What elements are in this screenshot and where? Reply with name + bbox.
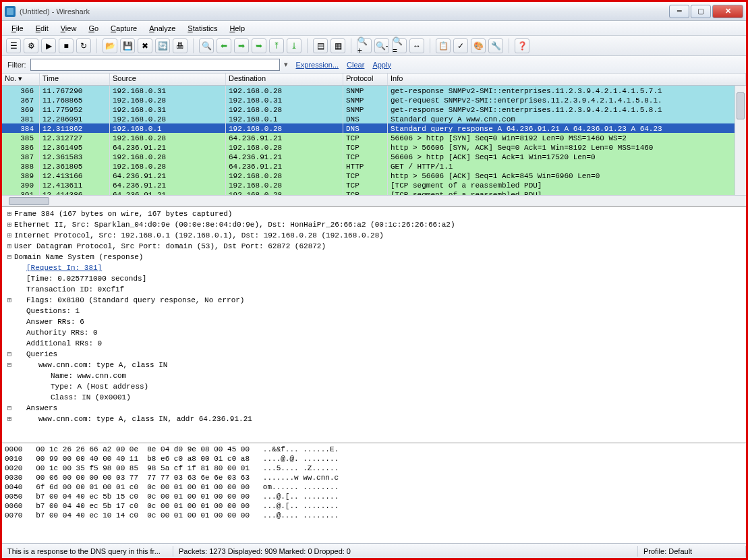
open-icon[interactable]: 📂 [103, 38, 117, 53]
forward-icon[interactable]: ➡ [234, 38, 249, 53]
table-row[interactable]: 38412.311862192.168.0.1192.168.0.28DNSSt… [2, 123, 746, 133]
options-icon[interactable]: ⚙ [24, 38, 38, 53]
expression-button[interactable]: Expression... [296, 61, 339, 69]
reload-icon[interactable]: 🔄 [155, 38, 170, 53]
menu-go[interactable]: Go [83, 23, 104, 34]
table-row[interactable]: 38112.286091192.168.0.28192.168.0.1DNSSt… [2, 114, 746, 123]
go-first-icon[interactable]: ⤒ [269, 38, 284, 53]
col-no[interactable]: No. ▾ [2, 74, 40, 85]
tree-node[interactable]: Transaction ID: 0xcf1f [5, 284, 743, 295]
tree-node[interactable]: Class: IN (0x0001) [5, 392, 743, 403]
tree-node[interactable]: Questions: 1 [5, 306, 743, 316]
menu-help[interactable]: Help [224, 23, 250, 34]
table-row[interactable]: 38712.361583192.168.0.2864.236.91.21TCP5… [2, 152, 746, 161]
tree-toggle-icon[interactable]: ⊞ [5, 230, 14, 241]
tree-node[interactable]: ⊞Frame 384 (167 bytes on wire, 167 bytes… [5, 208, 743, 219]
tree-toggle-icon[interactable]: ⊞ [5, 241, 14, 252]
table-row[interactable]: 38812.361805192.168.0.2864.236.91.21HTTP… [2, 161, 746, 171]
tree-node[interactable]: Name: www.cnn.com [5, 370, 743, 381]
table-row[interactable]: 38612.36149564.236.91.21192.168.0.28TCPh… [2, 142, 746, 152]
col-info[interactable]: Info [388, 74, 746, 85]
go-last-icon[interactable]: ⤓ [287, 38, 301, 53]
filter-dropdown-icon[interactable]: ▾ [284, 60, 288, 69]
col-protocol[interactable]: Protocol [343, 74, 388, 85]
packet-bytes-pane[interactable]: 0000 00 1c 26 26 66 a2 00 0e 8e 04 d0 9e… [2, 443, 746, 543]
status-stats: Packets: 1273 Displayed: 909 Marked: 0 D… [173, 546, 638, 557]
start-capture-icon[interactable]: ▶ [41, 38, 56, 53]
filter-input[interactable] [30, 59, 280, 71]
coloring-rules-icon[interactable]: 🎨 [471, 38, 486, 53]
packet-details-pane[interactable]: ⊞Frame 384 (167 bytes on wire, 167 bytes… [2, 207, 746, 443]
close-button[interactable]: ✕ [712, 5, 743, 18]
table-row[interactable]: 38912.41316664.236.91.21192.168.0.28TCPh… [2, 171, 746, 180]
packet-list-body[interactable]: 36611.767290192.168.0.31192.168.0.28SNMP… [2, 86, 746, 195]
zoom-reset-icon[interactable]: 🔍= [392, 38, 407, 53]
tree-toggle-icon[interactable]: ⊞ [5, 414, 14, 424]
goto-icon[interactable]: ➥ [252, 38, 266, 53]
help-icon[interactable]: ❓ [515, 38, 529, 53]
find-icon[interactable]: 🔍 [199, 38, 214, 53]
tree-node[interactable]: ⊟Domain Name System (response) [5, 252, 743, 262]
apply-button[interactable]: Apply [372, 61, 391, 69]
tree-toggle-icon[interactable]: ⊞ [5, 295, 14, 306]
tree-node[interactable]: ⊟Answers [5, 403, 743, 414]
vertical-scrollbar[interactable] [735, 86, 746, 195]
menu-statistics[interactable]: Statistics [182, 23, 223, 34]
display-filters-icon[interactable]: ✓ [453, 38, 468, 53]
menu-edit[interactable]: Edit [30, 23, 54, 34]
back-icon[interactable]: ⬅ [217, 38, 231, 53]
stop-capture-icon[interactable]: ■ [59, 38, 74, 53]
zoom-in-icon[interactable]: 🔍+ [357, 38, 372, 53]
tree-node[interactable]: Authority RRs: 0 [5, 327, 743, 338]
print-icon[interactable]: 🖶 [173, 38, 188, 53]
tree-node[interactable]: ⊞Flags: 0x8180 (Standard query response,… [5, 295, 743, 306]
tree-node[interactable]: [Request In: 381] [5, 262, 743, 273]
col-source[interactable]: Source [110, 74, 226, 85]
tree-label: Type: A (Host address) [51, 381, 148, 392]
menu-analyze[interactable]: Analyze [144, 23, 181, 34]
tree-toggle-icon[interactable]: ⊟ [5, 360, 14, 370]
clear-button[interactable]: Clear [347, 61, 364, 69]
tree-node[interactable]: ⊞Internet Protocol, Src: 192.168.0.1 (19… [5, 230, 743, 241]
horizontal-scrollbar[interactable] [2, 195, 746, 206]
tree-node[interactable]: Type: A (Host address) [5, 381, 743, 392]
tree-node[interactable]: Answer RRs: 6 [5, 316, 743, 327]
maximize-button[interactable]: ▢ [691, 5, 711, 18]
tree-node[interactable]: [Time: 0.025771000 seconds] [5, 273, 743, 284]
interfaces-icon[interactable]: ☰ [6, 38, 21, 53]
table-row[interactable]: 36911.775952192.168.0.31192.168.0.28SNMP… [2, 105, 746, 114]
save-icon[interactable]: 💾 [120, 38, 135, 53]
table-row[interactable]: 39012.41361164.236.91.21192.168.0.28TCP[… [2, 180, 746, 190]
table-row[interactable]: 36611.767290192.168.0.31192.168.0.28SNMP… [2, 86, 746, 95]
tree-node[interactable]: Additional RRs: 0 [5, 338, 743, 349]
col-time[interactable]: Time [40, 74, 110, 85]
menu-view[interactable]: View [55, 23, 82, 34]
table-row[interactable]: 36711.768865192.168.0.28192.168.0.31SNMP… [2, 95, 746, 105]
tree-node[interactable]: ⊟www.cnn.com: type A, class IN [5, 360, 743, 370]
table-row[interactable]: 38512.312727192.168.0.2864.236.91.21TCP5… [2, 133, 746, 142]
menu-file[interactable]: File [6, 23, 29, 34]
tree-node[interactable]: ⊟Queries [5, 349, 743, 360]
tree-toggle-icon[interactable]: ⊟ [5, 349, 14, 360]
tree-node[interactable]: ⊞www.cnn.com: type A, class IN, addr 64.… [5, 414, 743, 424]
resize-cols-icon[interactable]: ↔ [409, 38, 424, 53]
menu-capture[interactable]: Capture [105, 23, 142, 34]
tree-toggle-icon[interactable]: ⊞ [5, 208, 14, 219]
packet-list-pane: No. ▾ Time Source Destination Protocol I… [2, 74, 746, 207]
tree-node[interactable]: ⊞User Datagram Protocol, Src Port: domai… [5, 241, 743, 252]
tree-toggle-icon[interactable]: ⊞ [5, 219, 14, 230]
tree-label: www.cnn.com: type A, class IN, addr 64.2… [38, 414, 252, 424]
minimize-button[interactable]: ━ [669, 5, 689, 18]
table-row[interactable]: 39112.41438664.236.91.21192.168.0.28TCP[… [2, 190, 746, 195]
tree-toggle-icon[interactable]: ⊟ [5, 403, 14, 414]
close-file-icon[interactable]: ✖ [138, 38, 152, 53]
tree-node[interactable]: ⊞Ethernet II, Src: Sparklan_04:d0:9e (00… [5, 219, 743, 230]
colorize-icon[interactable]: ▤ [313, 38, 328, 53]
restart-capture-icon[interactable]: ↻ [76, 38, 91, 53]
preferences-icon[interactable]: 🔧 [488, 38, 503, 53]
capture-filters-icon[interactable]: 📋 [436, 38, 451, 53]
autoscroll-icon[interactable]: ▦ [330, 38, 345, 53]
col-destination[interactable]: Destination [226, 74, 343, 85]
tree-toggle-icon[interactable]: ⊟ [5, 252, 14, 262]
zoom-out-icon[interactable]: 🔍- [374, 38, 389, 53]
